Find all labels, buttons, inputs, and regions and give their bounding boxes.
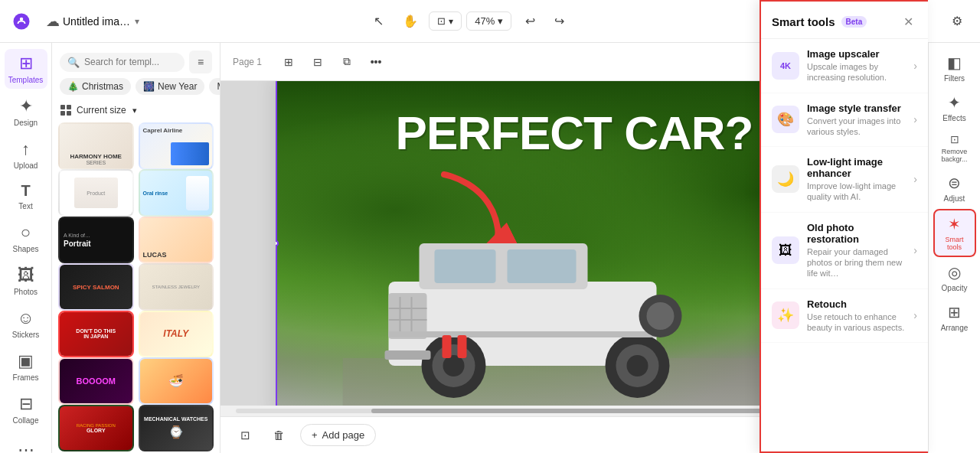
canvas-delete-button[interactable]: 🗑 xyxy=(266,423,291,448)
restoration-text: Old photo restoration Repair your damage… xyxy=(807,222,906,279)
right-nav-smart-tools[interactable]: ✶ Smart tools xyxy=(933,209,976,257)
right-nav-effects[interactable]: ✦ Effects xyxy=(933,89,976,127)
template-thumb: STAINLESS JEWELRY xyxy=(140,265,213,309)
upscaler-name: Image upscaler xyxy=(807,48,906,60)
category-tab-christmas[interactable]: 🎄 Christmas xyxy=(60,78,131,95)
clone-button[interactable]: ⧉ xyxy=(335,51,358,73)
smart-tools-nav-label: Smart tools xyxy=(938,236,972,251)
hand-tool-button[interactable]: ✋ xyxy=(397,8,424,35)
more-options-button[interactable]: ••• xyxy=(364,51,387,73)
template-card[interactable]: STAINLESS JEWELRY xyxy=(139,263,214,311)
template-thumb: BOOOOM xyxy=(60,359,132,403)
arrange-label: Arrange xyxy=(941,324,969,332)
retouch-desc: Use retouch to enhance beauty in various… xyxy=(807,311,906,334)
templates-panel: 🔍 ≡ 🎄 Christmas 🎆 New Year Mo... xyxy=(52,43,220,453)
retouch-text: Retouch Use retouch to enhance beauty in… xyxy=(807,298,906,334)
template-thumb: Product xyxy=(60,171,132,215)
template-thumb: Oral rinse xyxy=(140,171,213,215)
design-icon: ✦ xyxy=(19,96,33,116)
svg-point-1 xyxy=(20,17,24,21)
restoration-chevron-icon: › xyxy=(913,244,917,256)
smart-tool-lowlight[interactable]: 🌙 Low-light image enhancer Improve low-l… xyxy=(761,147,928,213)
sidebar-item-collage[interactable]: ⊟ Collage xyxy=(5,389,47,429)
settings-button[interactable]: ⚙ xyxy=(943,8,971,35)
template-card[interactable]: Oral rinse xyxy=(139,169,214,217)
sidebar-item-more[interactable]: ⋯ xyxy=(5,435,47,453)
smart-tools-panel: Smart tools Beta ✕ 4K Image upscaler Ups… xyxy=(760,43,928,453)
template-card[interactable]: Product xyxy=(58,169,134,217)
table-view-button[interactable]: ⊟ xyxy=(306,51,329,73)
template-card[interactable]: ITALY xyxy=(139,311,214,358)
template-thumb: HARMONY HOME SERIES xyxy=(60,124,132,168)
svg-rect-11 xyxy=(508,249,577,283)
search-input[interactable] xyxy=(84,57,177,67)
style-transfer-text: Image style transfer Convert your images… xyxy=(807,103,906,138)
select-tool-button[interactable]: ↖ xyxy=(364,8,392,35)
doc-dropdown-button[interactable]: ▾ xyxy=(135,16,139,27)
lowlight-icon: 🌙 xyxy=(772,165,799,193)
adjust-icon: ⊜ xyxy=(948,174,961,192)
opacity-label: Opacity xyxy=(942,284,968,292)
redo-button[interactable]: ↪ xyxy=(545,8,573,35)
sidebar-item-upload[interactable]: ↑ Upload xyxy=(5,135,47,174)
svg-rect-28 xyxy=(458,335,467,358)
smart-tool-retouch[interactable]: ✨ Retouch Use retouch to enhance beauty … xyxy=(761,289,928,344)
category-tab-newyear[interactable]: 🎆 New Year xyxy=(136,78,204,95)
page-label: Page 1 xyxy=(233,57,262,67)
canvas-format-button[interactable]: ⊡ xyxy=(233,423,257,448)
template-card[interactable]: Caprel Airline xyxy=(139,122,214,170)
add-page-button[interactable]: + Add page xyxy=(300,424,376,446)
app-logo[interactable] xyxy=(9,9,34,34)
template-card[interactable]: BOOOOM xyxy=(58,357,134,405)
lowlight-chevron-icon: › xyxy=(913,173,917,185)
size-filter[interactable]: Current size ▾ xyxy=(52,101,220,122)
svg-rect-23 xyxy=(385,350,431,360)
frame-size-button[interactable]: ⊡ ▾ xyxy=(429,11,462,31)
filters-icon: ◧ xyxy=(947,54,962,72)
zoom-button[interactable]: 47% ▾ xyxy=(466,11,511,31)
svg-rect-4 xyxy=(60,111,65,116)
right-nav-filters[interactable]: ◧ Filters xyxy=(933,49,976,87)
retouch-name: Retouch xyxy=(807,298,906,310)
template-thumb: 🍜 xyxy=(140,359,213,403)
sidebar-item-design[interactable]: ✦ Design xyxy=(5,92,47,132)
sidebar-item-photos[interactable]: 🖼 Photos xyxy=(5,261,47,301)
sidebar-item-stickers[interactable]: ☺ Stickers xyxy=(5,304,47,344)
right-nav-remove-bg[interactable]: ⊡ Remove backgr... xyxy=(933,129,976,168)
template-card[interactable]: 🍜 xyxy=(139,357,214,405)
right-nav-adjust[interactable]: ⊜ Adjust xyxy=(933,169,976,207)
svg-rect-5 xyxy=(67,111,71,116)
sidebar-item-text[interactable]: T Text xyxy=(5,178,47,215)
template-thumb: A Kind of… Portrait xyxy=(60,218,132,262)
template-card[interactable]: LUCAS xyxy=(139,217,214,264)
sidebar-item-shapes[interactable]: ○ Shapes xyxy=(5,218,47,258)
doc-area: ☁ Untitled ima… ▾ xyxy=(46,13,139,30)
search-input-wrap[interactable]: 🔍 xyxy=(60,53,185,72)
text-label: Text xyxy=(18,202,32,210)
template-card[interactable]: SPICY SALMON xyxy=(58,263,134,311)
right-nav-opacity[interactable]: ◎ Opacity xyxy=(933,259,976,297)
jeep-illustration xyxy=(343,182,764,406)
doc-cloud-icon: ☁ xyxy=(46,13,60,30)
smart-tool-style-transfer[interactable]: 🎨 Image style transfer Convert your imag… xyxy=(761,93,928,148)
smart-tool-image-upscaler[interactable]: 4K Image upscaler Upscale images by incr… xyxy=(761,43,928,93)
category-tab-more[interactable]: Mo... xyxy=(209,78,220,95)
template-card[interactable]: RACING PASSION GLORY xyxy=(58,405,134,452)
upscaler-icon: 4K xyxy=(772,52,799,80)
sidebar-item-frames[interactable]: ▣ Frames xyxy=(5,347,47,386)
more-cat-label: Mo... xyxy=(217,81,220,92)
newyear-emoji: 🎆 xyxy=(143,81,155,92)
sidebar-item-templates[interactable]: ⊞ Templates xyxy=(5,49,47,89)
undo-button[interactable]: ↩ xyxy=(516,8,544,35)
template-card[interactable]: A Kind of… Portrait xyxy=(58,217,134,264)
right-nav-arrange[interactable]: ⊞ Arrange xyxy=(933,298,976,337)
smart-tool-photo-restoration[interactable]: 🖼 Old photo restoration Repair your dama… xyxy=(761,213,928,289)
template-thumb: MECHANICAL WATCHES ⌚ xyxy=(140,406,213,451)
template-card[interactable]: HARMONY HOME SERIES xyxy=(58,122,134,170)
grid-view-button[interactable]: ⊞ xyxy=(277,51,300,73)
template-card-selected[interactable]: DON'T DO THIS IN JAPAN xyxy=(58,311,134,358)
template-thumb: Caprel Airline xyxy=(140,124,213,168)
svg-rect-24 xyxy=(389,331,657,337)
filter-button[interactable]: ≡ xyxy=(189,51,212,73)
template-card[interactable]: MECHANICAL WATCHES ⌚ xyxy=(139,405,214,452)
